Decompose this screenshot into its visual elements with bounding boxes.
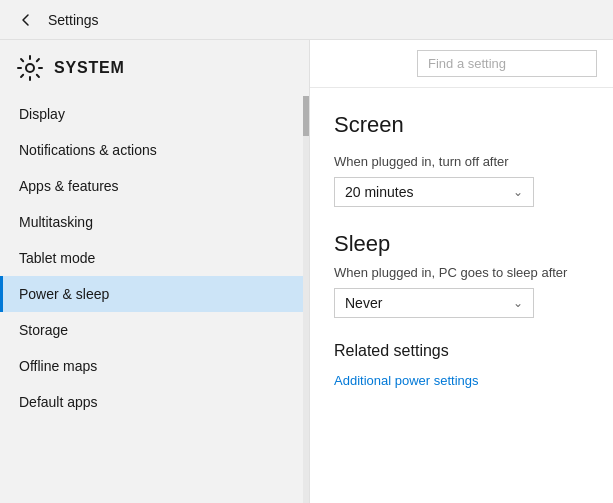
- sleep-dropdown[interactable]: Never ⌄: [334, 288, 534, 318]
- sidebar-item-notifications[interactable]: Notifications & actions: [0, 132, 309, 168]
- sidebar-item-offline[interactable]: Offline maps: [0, 348, 309, 384]
- additional-power-settings-link[interactable]: Additional power settings: [334, 373, 479, 388]
- sleep-section: Sleep When plugged in, PC goes to sleep …: [334, 231, 589, 318]
- sidebar-item-multitasking[interactable]: Multitasking: [0, 204, 309, 240]
- system-title: SYSTEM: [54, 59, 125, 77]
- sleep-dropdown-value: Never: [345, 295, 382, 311]
- screen-dropdown-value: 20 minutes: [345, 184, 413, 200]
- sidebar-nav: Display Notifications & actions Apps & f…: [0, 96, 309, 503]
- main-panel: Screen When plugged in, turn off after 2…: [310, 40, 613, 503]
- sidebar-item-power[interactable]: Power & sleep: [0, 276, 309, 312]
- sidebar-header: SYSTEM: [0, 40, 309, 96]
- sidebar-item-storage[interactable]: Storage: [0, 312, 309, 348]
- sleep-section-title: Sleep: [334, 231, 589, 257]
- scrollbar-track[interactable]: [303, 96, 309, 503]
- sidebar: SYSTEM Display Notifications & actions A…: [0, 40, 310, 503]
- related-settings-title: Related settings: [334, 342, 589, 360]
- sleep-dropdown-arrow: ⌄: [513, 296, 523, 310]
- scrollbar-thumb[interactable]: [303, 96, 309, 136]
- search-input[interactable]: [417, 50, 597, 77]
- svg-point-0: [26, 64, 34, 72]
- main-content: Screen When plugged in, turn off after 2…: [310, 88, 613, 503]
- sidebar-item-apps[interactable]: Apps & features: [0, 168, 309, 204]
- screen-section-title: Screen: [334, 112, 589, 138]
- screen-dropdown[interactable]: 20 minutes ⌄: [334, 177, 534, 207]
- screen-setting-label: When plugged in, turn off after: [334, 154, 589, 169]
- related-settings: Related settings Additional power settin…: [334, 342, 589, 388]
- gear-icon: [16, 54, 44, 82]
- sidebar-item-tablet[interactable]: Tablet mode: [0, 240, 309, 276]
- title-bar-text: Settings: [48, 12, 99, 28]
- screen-dropdown-arrow: ⌄: [513, 185, 523, 199]
- title-bar: Settings: [0, 0, 613, 40]
- sleep-setting-label: When plugged in, PC goes to sleep after: [334, 265, 589, 280]
- content-area: SYSTEM Display Notifications & actions A…: [0, 40, 613, 503]
- search-bar: [310, 40, 613, 88]
- sidebar-item-default[interactable]: Default apps: [0, 384, 309, 420]
- sidebar-item-display[interactable]: Display: [0, 96, 309, 132]
- back-button[interactable]: [12, 6, 40, 34]
- screen-section: Screen When plugged in, turn off after 2…: [334, 112, 589, 207]
